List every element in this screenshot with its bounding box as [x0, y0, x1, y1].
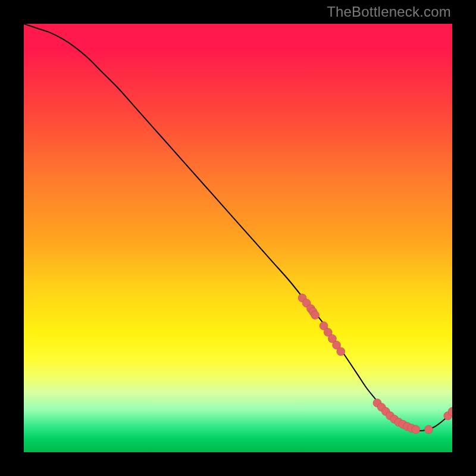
plot-frame — [24, 24, 452, 452]
bottleneck-curve-path — [24, 24, 452, 431]
watermark-text: TheBottleneck.com — [327, 4, 451, 20]
plot-svg — [24, 24, 452, 452]
marker-point — [337, 347, 345, 356]
markers-group — [298, 294, 452, 434]
marker-point — [424, 425, 433, 434]
marker-point — [412, 425, 420, 434]
marker-point — [311, 311, 320, 320]
